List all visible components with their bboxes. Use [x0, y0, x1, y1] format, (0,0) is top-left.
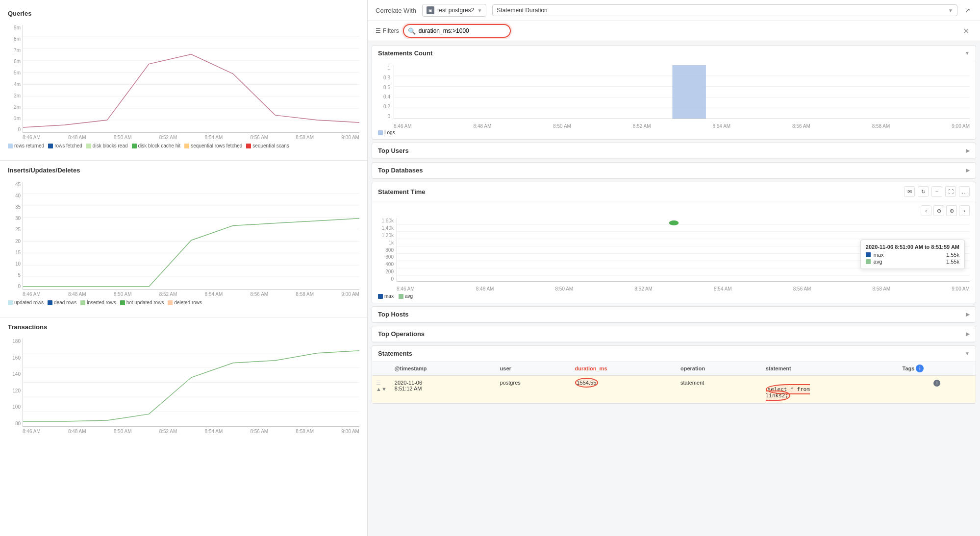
- svg-rect-25: [672, 65, 705, 119]
- inserts-y-axis: 45 40 35 30 25 20 15 10 5 0: [8, 182, 23, 290]
- legend-logs: Logs: [378, 130, 395, 135]
- filter-icon: ☰: [376, 27, 381, 34]
- tags-info-icon[interactable]: i: [916, 365, 924, 372]
- tooltip-max-dot: [866, 252, 871, 257]
- zoom-out-button[interactable]: ⊖: [933, 205, 944, 216]
- left-panel: Queries 9m 8m 7m 6m 5m 4m 3m 2m 1m 0: [0, 0, 368, 536]
- inserts-x-axis: 8:46 AM 8:48 AM 8:50 AM 8:52 AM 8:54 AM …: [8, 292, 359, 297]
- top-operations-title: Top Operations: [378, 330, 425, 338]
- statements-body: @timestamp user duration_ms operation st…: [372, 362, 976, 403]
- zoom-in-button[interactable]: ⊕: [946, 205, 957, 216]
- th-operation: operation: [677, 362, 762, 376]
- top-hosts-header[interactable]: Top Hosts ▶: [372, 307, 976, 322]
- inserts-legend: updated rows dead rows inserted rows hot…: [8, 300, 359, 305]
- transactions-chart-area: [23, 339, 359, 427]
- row-handle[interactable]: ☰: [376, 380, 381, 386]
- stmt-count-legend: Logs: [378, 130, 970, 135]
- expand-button[interactable]: ⛶: [945, 186, 956, 197]
- duration-value: 1554.55: [575, 378, 599, 388]
- right-content: Statements Count ▼ 1 0.8 0.6 0.4 0.2 0: [368, 41, 980, 411]
- top-users-title: Top Users: [378, 147, 409, 154]
- stmt-time-y-axis: 1.60k 1.40k 1.20k 1k 800 600 400 200 0: [378, 218, 395, 282]
- legend-rows-returned: rows returned: [8, 143, 44, 148]
- top-databases-title: Top Databases: [378, 167, 423, 174]
- row-info-icon[interactable]: i: [933, 380, 940, 387]
- statements-count-title: Statements Count: [378, 49, 432, 57]
- statements-count-card: Statements Count ▼ 1 0.8 0.6 0.4 0.2 0: [372, 45, 976, 140]
- top-users-header[interactable]: Top Users ▶: [372, 143, 976, 159]
- cell-timestamp: 2020-11-06 8:51:12 AM: [391, 376, 496, 403]
- top-operations-collapse-icon: ▶: [966, 331, 970, 337]
- cell-statement: select * from links2;: [762, 376, 899, 403]
- inserts-chart-svg: [23, 182, 359, 289]
- db-name: test postgres2: [437, 7, 474, 14]
- inserts-chart-container: 45 40 35 30 25 20 15 10 5 0: [0, 178, 367, 315]
- row-handle-cell: ☰ ▲▼: [372, 376, 391, 403]
- th-duration-ms: duration_ms: [571, 362, 677, 376]
- correlate-header: Correlate With ▣ test postgres2 ▼ Statem…: [368, 0, 980, 21]
- statement-value: select * from links2;: [766, 384, 810, 401]
- table-header-row: @timestamp user duration_ms operation st…: [372, 362, 976, 376]
- th-tags: Tags i: [899, 362, 976, 376]
- stmt-count-chart-area: [394, 65, 970, 119]
- search-icon: 🔍: [408, 27, 416, 35]
- filter-bar: ☰ Filters 🔍 ✕: [368, 21, 980, 41]
- statements-count-chart: 1 0.8 0.6 0.4 0.2 0: [378, 65, 970, 129]
- legend-avg: avg: [399, 293, 413, 299]
- clear-filter-button[interactable]: ✕: [960, 25, 972, 37]
- duration-selector[interactable]: Statement Duration ▼: [492, 4, 957, 16]
- db-selector[interactable]: ▣ test postgres2 ▼: [422, 4, 486, 17]
- statements-count-header[interactable]: Statements Count ▼: [372, 46, 976, 61]
- cell-tags: i: [899, 376, 976, 403]
- more-button[interactable]: …: [959, 186, 970, 197]
- logs-label: Logs: [384, 130, 395, 135]
- statements-collapse-icon: ▼: [965, 351, 970, 356]
- tooltip-title: 2020-11-06 8:51:00 AM to 8:51:59 AM: [866, 244, 959, 250]
- chart-nav: ‹ ⊖ ⊕ ›: [378, 205, 970, 216]
- queries-section: Queries: [0, 6, 367, 21]
- inserts-title: Inserts/Updates/Deletes: [8, 167, 359, 174]
- transactions-x-axis: 8:46 AM 8:48 AM 8:50 AM 8:52 AM 8:54 AM …: [8, 429, 359, 434]
- external-link-icon[interactable]: ↗: [963, 5, 972, 16]
- chart-tooltip: 2020-11-06 8:51:00 AM to 8:51:59 AM max …: [860, 240, 965, 269]
- divider-1: [0, 160, 367, 161]
- th-handle: [372, 362, 391, 376]
- queries-x-axis: 8:46 AM 8:48 AM 8:50 AM 8:52 AM 8:54 AM …: [8, 135, 359, 140]
- statement-time-body: ‹ ⊖ ⊕ › 1.60k 1.40k 1.20k 1k 800 600 400…: [372, 201, 976, 303]
- divider-2: [0, 317, 367, 317]
- refresh-button[interactable]: ↻: [918, 186, 929, 197]
- row-expand-button[interactable]: ▲▼: [376, 386, 387, 392]
- top-users-card: Top Users ▶: [372, 143, 976, 159]
- top-databases-header[interactable]: Top Databases ▶: [372, 163, 976, 178]
- top-operations-header[interactable]: Top Operations ▶: [372, 326, 976, 342]
- top-hosts-title: Top Hosts: [378, 311, 409, 318]
- th-timestamp: @timestamp: [391, 362, 496, 376]
- statement-time-chart: 1.60k 1.40k 1.20k 1k 800 600 400 200 0: [378, 218, 970, 292]
- statement-time-header[interactable]: Statement Time ✉ ↻ − ⛶ …: [372, 182, 976, 201]
- db-icon: ▣: [427, 6, 434, 14]
- filter-label: ☰ Filters: [376, 27, 399, 34]
- statements-title: Statements: [378, 350, 412, 357]
- stmt-count-x-axis: 8:46 AM 8:48 AM 8:50 AM 8:52 AM 8:54 AM …: [394, 123, 970, 129]
- legend-deleted-rows: deleted rows: [168, 300, 202, 305]
- collapse-icon: ▼: [965, 50, 970, 56]
- inserts-chart-area: [23, 182, 359, 290]
- legend-seq-rows-fetched: sequential rows fetched: [184, 143, 242, 148]
- tooltip-max-label: max: [874, 252, 884, 258]
- alert-button[interactable]: ✉: [904, 186, 915, 197]
- next-button[interactable]: ›: [959, 205, 970, 216]
- statements-header[interactable]: Statements ▼: [372, 346, 976, 362]
- correlate-label: Correlate With: [376, 7, 416, 14]
- legend-inserted-rows: inserted rows: [80, 300, 116, 305]
- minimize-button[interactable]: −: [931, 186, 942, 197]
- stmt-time-x-axis: 8:46 AM 8:48 AM 8:50 AM 8:52 AM 8:54 AM …: [397, 286, 970, 292]
- tooltip-max-value: 1.55k: [946, 252, 959, 258]
- th-user: user: [496, 362, 571, 376]
- stmt-time-legend: max avg: [378, 293, 970, 299]
- statements-count-body: 1 0.8 0.6 0.4 0.2 0: [372, 61, 976, 139]
- prev-button[interactable]: ‹: [921, 205, 931, 216]
- table-row: ☰ ▲▼ 2020-11-06 8:51:12 AM postgres 1554…: [372, 376, 976, 403]
- transactions-section: Transactions: [0, 319, 367, 335]
- filter-input[interactable]: [403, 24, 511, 38]
- filter-search: 🔍: [403, 24, 956, 38]
